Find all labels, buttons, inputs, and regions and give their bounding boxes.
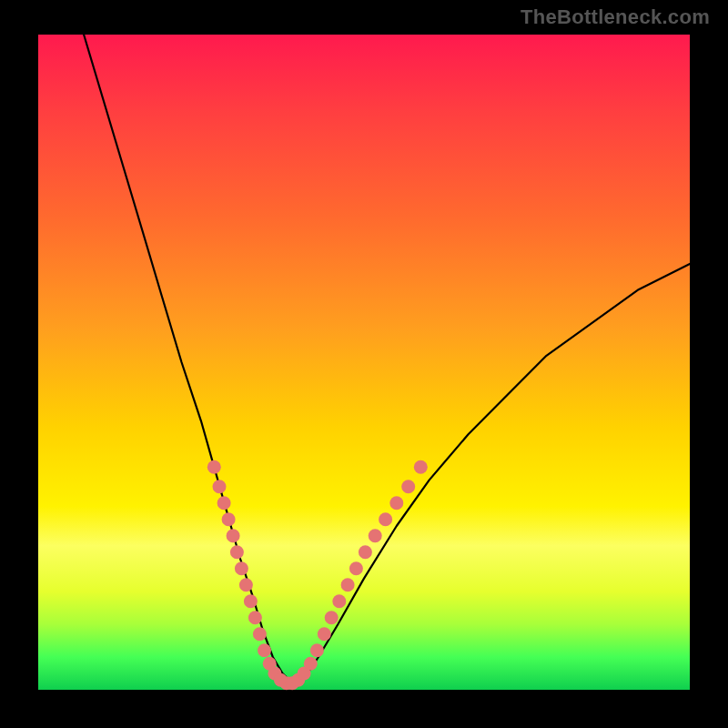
highlight-dot	[341, 578, 355, 592]
highlight-dot	[248, 611, 262, 624]
highlight-dot	[325, 611, 339, 624]
highlight-dot	[207, 460, 221, 474]
highlight-dot	[258, 643, 271, 657]
watermark-text: TheBottleneck.com	[521, 5, 710, 29]
highlight-dot	[310, 643, 324, 657]
highlight-dot	[230, 545, 244, 559]
chart-frame: TheBottleneck.com	[0, 0, 728, 728]
plot-area	[38, 35, 690, 690]
highlight-dot	[332, 594, 346, 608]
highlight-dot	[213, 480, 227, 493]
highlight-dot	[359, 545, 372, 559]
highlight-dot	[244, 594, 258, 608]
highlight-dot	[227, 529, 240, 542]
curve-overlay	[38, 35, 690, 690]
highlight-dot	[217, 496, 231, 510]
highlight-dot	[349, 561, 363, 575]
highlight-dot	[379, 512, 392, 526]
highlight-dot	[414, 460, 428, 474]
highlight-dot	[389, 496, 403, 510]
highlight-dot	[239, 578, 253, 592]
highlight-dot	[304, 657, 318, 671]
bottleneck-curve	[84, 35, 690, 683]
highlight-dot	[222, 512, 236, 526]
highlight-dot	[401, 480, 415, 493]
highlight-dot	[235, 561, 248, 575]
highlight-dot	[369, 529, 382, 542]
highlight-dot	[318, 627, 331, 641]
highlight-dots	[207, 460, 428, 691]
highlight-dot	[253, 627, 267, 641]
